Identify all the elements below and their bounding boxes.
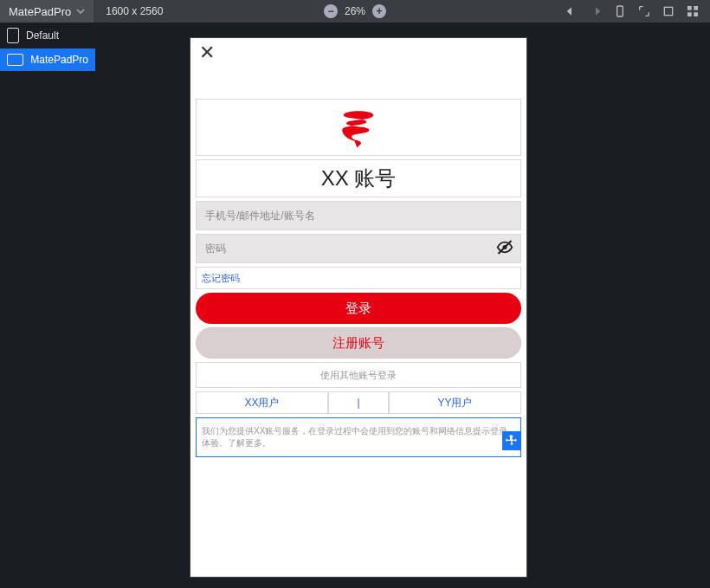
- device-item-label: MatePadPro: [30, 54, 88, 66]
- device-list: Default MatePadPro: [0, 23, 95, 71]
- forgot-password-link[interactable]: 忘记密码: [196, 267, 521, 289]
- top-toolbar: MatePadPro 1600 x 2560 − 26% +: [0, 0, 710, 23]
- login-button[interactable]: 登录: [196, 293, 521, 324]
- tos-text: 我们为您提供XX账号服务，在登录过程中会使用到您的账号和网络信息提示登录体验。了…: [202, 426, 507, 448]
- device-item-default[interactable]: Default: [0, 23, 95, 48]
- svg-rect-5: [694, 12, 698, 16]
- expand-icon[interactable]: [637, 4, 651, 18]
- sso-options: XX用户 | YY用户: [196, 391, 521, 414]
- svg-rect-0: [617, 6, 623, 16]
- zoom-percent: 26%: [345, 5, 365, 17]
- device-dropdown-label: MatePadPro: [9, 5, 71, 18]
- username-placeholder: 手机号/邮件地址/账号名: [205, 209, 315, 223]
- other-login-text: 使用其他账号登录: [320, 369, 397, 382]
- svg-rect-1: [664, 7, 672, 15]
- sso-divider: |: [328, 391, 389, 414]
- device-preview: ✕ XX 账号 手机号/邮件地址/账号名 密码 忘记密码 登录 注册账号: [190, 38, 526, 577]
- forgot-password-text: 忘记密码: [202, 272, 240, 285]
- username-field[interactable]: 手机号/邮件地址/账号名: [196, 201, 521, 230]
- toggle-password-visibility-icon[interactable]: [496, 239, 513, 259]
- svg-rect-4: [687, 12, 692, 16]
- portrait-device-icon: [7, 28, 19, 43]
- yy-user-label: YY用户: [437, 396, 472, 410]
- dimensions-label: 1600 x 2560: [106, 5, 163, 17]
- login-button-label: 登录: [345, 300, 371, 317]
- password-placeholder: 密码: [205, 242, 226, 256]
- xx-user-label: XX用户: [244, 396, 279, 410]
- landscape-device-icon: [7, 54, 23, 66]
- device-item-matepadpro[interactable]: MatePadPro: [0, 48, 95, 71]
- svg-rect-3: [694, 6, 698, 10]
- svg-rect-2: [687, 6, 692, 10]
- other-login-label: 使用其他账号登录: [196, 362, 521, 388]
- register-button[interactable]: 注册账号: [196, 327, 521, 359]
- tornado-logo-icon: [337, 106, 380, 149]
- square-icon[interactable]: [662, 4, 675, 18]
- chevron-down-icon: [76, 5, 85, 18]
- device-item-label: Default: [26, 29, 59, 42]
- zoom-out-button[interactable]: −: [324, 4, 338, 18]
- rotate-device-icon[interactable]: [613, 4, 627, 18]
- xx-user-link[interactable]: XX用户: [196, 391, 328, 414]
- tos-info: 我们为您提供XX账号服务，在登录过程中会使用到您的账号和网络信息提示登录体验。了…: [196, 417, 521, 457]
- zoom-in-button[interactable]: +: [372, 4, 386, 18]
- password-field[interactable]: 密码: [196, 234, 521, 263]
- toolbar-right: [565, 4, 710, 18]
- device-dropdown[interactable]: MatePadPro: [0, 0, 94, 23]
- divider-char: |: [357, 397, 359, 409]
- undo-icon[interactable]: [565, 4, 578, 18]
- page-title: XX 账号: [196, 159, 521, 197]
- yy-user-link[interactable]: YY用户: [389, 391, 521, 414]
- move-handle[interactable]: [502, 431, 521, 450]
- app-logo: [196, 99, 521, 156]
- register-button-label: 注册账号: [332, 335, 384, 352]
- title-text: XX 账号: [321, 165, 397, 192]
- zoom-controls: − 26% +: [324, 4, 386, 18]
- grid-icon[interactable]: [686, 4, 700, 18]
- redo-icon[interactable]: [589, 4, 603, 18]
- close-icon[interactable]: ✕: [199, 43, 215, 62]
- move-icon: [505, 434, 519, 448]
